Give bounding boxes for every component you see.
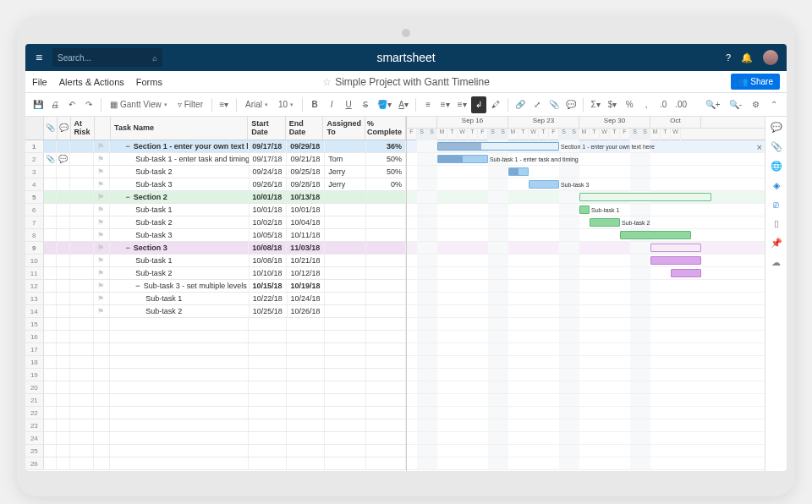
rail-attach-icon[interactable]: 📎 <box>771 141 782 152</box>
bold-icon[interactable]: B <box>307 96 322 113</box>
zoom-out-icon[interactable]: 🔍- <box>727 96 744 113</box>
size-dropdown[interactable]: 10▾ <box>274 96 298 113</box>
highlight-icon[interactable]: 🖍 <box>488 96 503 113</box>
gantt-bar[interactable] <box>620 231 691 239</box>
col-end[interactable]: End Date <box>286 117 324 140</box>
table-row[interactable]: 1⚑−Section 1 - enter your own text here0… <box>25 140 406 153</box>
gantt-bar[interactable]: Sub-task 2 <box>590 218 620 227</box>
wrap-icon[interactable]: ↲ <box>471 96 486 113</box>
rail-cloud-icon[interactable]: ☁ <box>771 257 781 268</box>
align-left-icon[interactable]: ≡ <box>420 96 436 113</box>
rail-chat-icon[interactable]: 💬 <box>771 122 782 133</box>
table-row[interactable]: 2📎💬⚑Sub-task 1 - enter task and timing09… <box>25 153 406 166</box>
align-horiz-icon[interactable]: ≡▾ <box>437 96 453 113</box>
underline-icon[interactable]: U <box>341 96 356 113</box>
table-row[interactable]: 19 <box>25 369 406 381</box>
table-row[interactable]: 14⚑Sub-task 210/25/1810/26/18 <box>25 305 406 318</box>
menu-forms[interactable]: Forms <box>136 77 162 87</box>
col-start[interactable]: Start Date <box>248 117 286 140</box>
menu-alerts[interactable]: Alerts & Actions <box>59 77 124 87</box>
gantt-bar[interactable] <box>671 269 701 277</box>
search-icon[interactable]: ⌕ <box>152 53 157 63</box>
gantt-bar[interactable]: Sub-task 1 - enter task and timing <box>437 155 488 163</box>
attach-icon[interactable]: 📎 <box>546 96 562 113</box>
hamburger-icon[interactable]: ≡ <box>25 51 52 64</box>
rail-publish-icon[interactable]: ◈ <box>773 180 780 191</box>
row-ops-icon[interactable]: ≡▾ <box>217 96 232 113</box>
currency-icon[interactable]: $▾ <box>605 96 620 113</box>
comma-icon[interactable]: , <box>639 96 654 113</box>
comment-icon[interactable]: 💬 <box>563 96 579 113</box>
table-row[interactable]: 16 <box>25 331 406 343</box>
dec-dec-icon[interactable]: .00 <box>672 96 689 113</box>
menu-file[interactable]: File <box>32 77 47 87</box>
table-row[interactable]: 20 <box>25 381 406 394</box>
rail-globe-icon[interactable]: 🌐 <box>771 161 782 172</box>
search-box[interactable]: ⌕ <box>52 48 162 67</box>
comment-col-icon[interactable]: 💬 <box>58 117 71 140</box>
table-row[interactable]: 6⚑Sub-task 110/01/1810/01/18 <box>25 204 406 216</box>
table-row[interactable]: 11⚑Sub-task 210/10/1810/12/18 <box>25 267 406 280</box>
link-icon[interactable]: 🔗 <box>513 96 528 113</box>
table-row[interactable]: 18 <box>25 356 406 369</box>
table-row[interactable]: 4⚑Sub-task 309/26/1809/28/18Jerry0% <box>25 178 406 191</box>
gantt-bar[interactable] <box>650 256 701 265</box>
font-dropdown[interactable]: Arial▾ <box>241 96 272 113</box>
table-row[interactable]: 26 <box>25 457 406 470</box>
rail-book-icon[interactable]: ▯ <box>774 218 779 229</box>
gantt-bar[interactable] <box>579 193 711 201</box>
rail-pin-icon[interactable]: 📌 <box>771 238 782 249</box>
align-vert-icon[interactable]: ≡▾ <box>454 96 469 113</box>
table-row[interactable]: 9⚑−Section 310/08/1811/03/18 <box>25 242 406 255</box>
table-row[interactable]: 22 <box>25 407 406 419</box>
col-task[interactable]: Task Name <box>111 117 248 140</box>
attach-col-icon[interactable]: 📎 <box>44 117 58 140</box>
gantt-bar[interactable]: Section 1 - enter your own text here <box>437 142 559 151</box>
table-row[interactable]: 24 <box>25 432 406 445</box>
gear-icon[interactable]: ⚙ <box>748 96 763 113</box>
table-row[interactable]: 12⚑−Sub-task 3 - set multiple levels10/1… <box>25 280 406 293</box>
table-row[interactable]: 17 <box>25 343 406 356</box>
dec-inc-icon[interactable]: .0 <box>656 96 671 113</box>
table-row[interactable]: 3⚑Sub-task 209/24/1809/25/18Jerry50% <box>25 166 406 178</box>
help-icon[interactable]: ? <box>726 52 731 63</box>
table-row[interactable]: 5⚑−Section 210/01/1810/13/18 <box>25 191 406 204</box>
filter-dropdown[interactable]: ▿ Filter <box>173 96 207 113</box>
italic-icon[interactable]: I <box>324 96 339 113</box>
bell-icon[interactable]: 🔔 <box>741 52 753 63</box>
view-dropdown[interactable]: ▦ Gantt View▾ <box>106 96 172 113</box>
col-risk[interactable]: At Risk <box>71 117 95 140</box>
search-input[interactable] <box>58 53 142 63</box>
fill-icon[interactable]: 🪣▾ <box>375 96 394 113</box>
gantt-bar[interactable]: Sub-task 3 <box>529 180 559 189</box>
collapse-icon[interactable]: ⌃ <box>766 96 782 113</box>
table-row[interactable]: 21 <box>25 394 406 407</box>
close-gantt-icon[interactable]: × <box>757 142 762 152</box>
table-row[interactable]: 13⚑Sub-task 110/22/1810/24/18 <box>25 293 406 305</box>
percent-icon[interactable]: % <box>622 96 637 113</box>
col-complete[interactable]: % Complete <box>365 117 406 140</box>
table-row[interactable]: 23 <box>25 419 406 432</box>
strike-icon[interactable]: S̶ <box>358 96 373 113</box>
cell-link-icon[interactable]: ⤢ <box>529 96 545 113</box>
gantt-pane: × Sep 16Sep 23Sep 30Oct FSSMTWTFSSMTWTFS… <box>406 117 765 471</box>
table-row[interactable]: 8⚑Sub-task 310/05/1810/11/18 <box>25 229 406 242</box>
table-row[interactable]: 25 <box>25 445 406 457</box>
gantt-bar[interactable] <box>508 167 529 176</box>
sum-icon[interactable]: Σ▾ <box>588 96 603 113</box>
save-icon[interactable]: 💾 <box>30 96 46 113</box>
col-assigned[interactable]: Assigned To <box>323 117 365 140</box>
redo-icon[interactable]: ↷ <box>81 96 96 113</box>
print-icon[interactable]: 🖨 <box>47 96 63 113</box>
table-row[interactable]: 15 <box>25 318 406 331</box>
color-icon[interactable]: A▾ <box>396 96 411 113</box>
share-button[interactable]: 👥Share <box>731 74 780 90</box>
rail-controls-icon[interactable]: ⎚ <box>773 200 779 210</box>
gantt-bar[interactable]: Sub-task 1 <box>579 205 590 214</box>
table-row[interactable]: 10⚑Sub-task 110/08/1810/21/18 <box>25 255 406 267</box>
avatar[interactable] <box>763 50 778 65</box>
gantt-bar[interactable] <box>650 244 701 252</box>
zoom-in-icon[interactable]: 🔍+ <box>703 96 723 113</box>
undo-icon[interactable]: ↶ <box>64 96 80 113</box>
table-row[interactable]: 7⚑Sub-task 210/02/1810/04/18 <box>25 216 406 229</box>
